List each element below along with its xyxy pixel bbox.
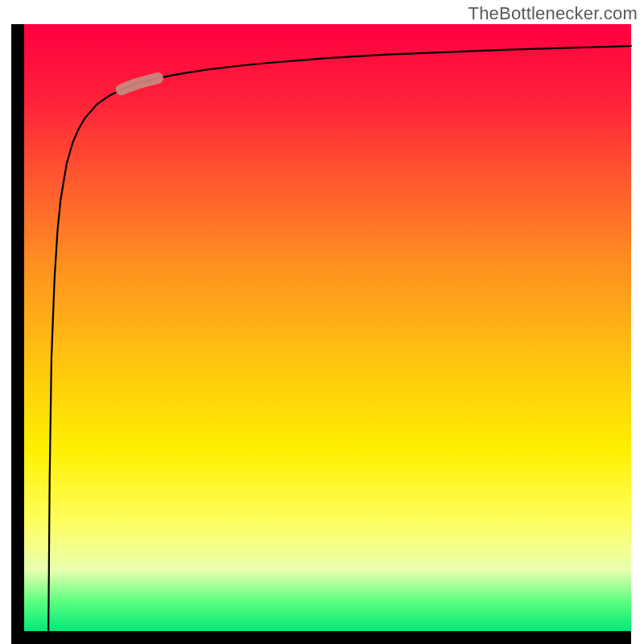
y-axis-bar bbox=[11, 24, 24, 631]
watermark-text: TheBottlenecker.com bbox=[469, 3, 638, 24]
chart-stage: TheBottlenecker.com bbox=[0, 0, 644, 644]
x-axis-bar bbox=[11, 631, 631, 644]
bottleneck-curve bbox=[48, 46, 631, 631]
highlight-segment bbox=[122, 78, 158, 89]
curve-layer bbox=[24, 24, 631, 631]
